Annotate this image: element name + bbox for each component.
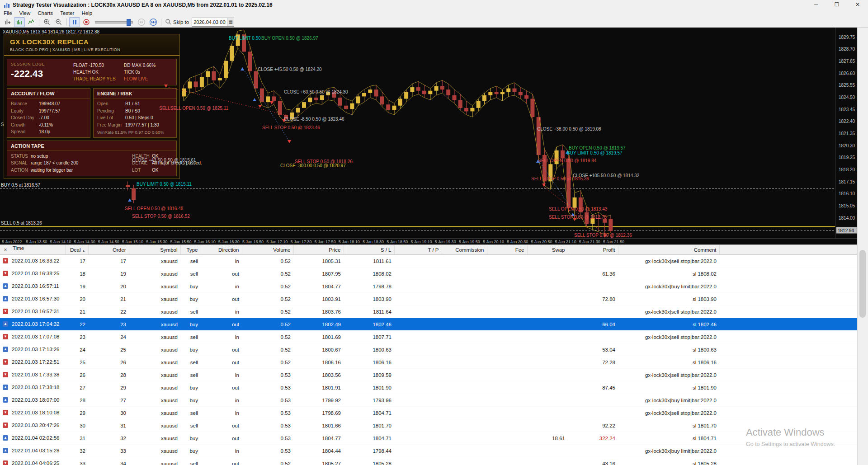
cell-symbol: xauusd (129, 331, 180, 343)
cell-comment: gx-lock30x|sell stop|bar:2022.0 (618, 407, 719, 419)
deals-table[interactable]: ×TimeDeal▲OrderSymbolTypeDirectionVolume… (0, 245, 857, 465)
column-header-direction[interactable]: Direction (201, 245, 242, 255)
cell-sl: 1804.71 (344, 432, 394, 445)
close-icon[interactable]: ✕ (847, 0, 868, 9)
menu-bar: FileViewChartsTesterHelp (0, 9, 868, 17)
menu-help[interactable]: Help (78, 10, 96, 16)
date-picker-icon[interactable]: ▦ (227, 18, 234, 26)
cell-profit: 92.22 (568, 419, 618, 432)
engine-risk-box: ENGINE / RISK OpenB1 / S1PendingB0 / S0L… (93, 88, 177, 138)
maximize-icon[interactable]: ☐ (826, 0, 847, 9)
cell-price: 1804.77 (293, 280, 344, 293)
deal-row[interactable]: ▲2022.01.03 17:04:322223xauusdbuyout0.52… (0, 318, 857, 331)
menu-view[interactable]: View (16, 10, 34, 16)
cell-order: 23 (88, 318, 129, 331)
menu-charts[interactable]: Charts (34, 10, 57, 16)
column-header-sl[interactable]: S / L (344, 245, 394, 255)
column-header-order[interactable]: Order (88, 245, 129, 255)
cell-type: buy (180, 343, 201, 356)
cell-commission (442, 445, 487, 457)
deal-row[interactable]: ▼2022.01.03 17:33:382628xauusdsellin0.53… (0, 369, 857, 381)
stop-button[interactable] (81, 17, 92, 27)
cell-filler (719, 369, 857, 381)
deal-row[interactable]: ▲2022.01.03 17:38:182729xauusdbuyout0.53… (0, 381, 857, 394)
svg-text:1825.55: 1825.55 (839, 83, 855, 88)
close-panel-icon[interactable]: × (3, 245, 8, 254)
chart-area[interactable]: XAUUSD,M5 1813.94 1814.26 1812.72 1812.8… (0, 28, 857, 244)
pause-button[interactable] (69, 17, 80, 27)
sell-deal-icon: ▼ (3, 309, 8, 314)
cell-comment: gx-lock30x|sell stop|bar:2022.0 (618, 305, 719, 318)
column-header-fee[interactable]: Fee (487, 245, 527, 255)
svg-text:5 Jan 19:30: 5 Jan 19:30 (435, 240, 456, 244)
deals-panel: ×TimeDeal▲OrderSymbolTypeDirectionVolume… (0, 244, 857, 465)
zoom-in-button[interactable] (42, 17, 52, 27)
deal-row[interactable]: ▲2022.01.03 16:57:302021xauusdbuyout0.52… (0, 293, 857, 305)
skip-button-disabled[interactable] (136, 17, 147, 27)
cell-fee (487, 445, 527, 457)
column-header-time[interactable]: ×Time (0, 245, 65, 255)
column-header-profit[interactable]: Profit (568, 245, 618, 255)
cell-commission (442, 369, 487, 381)
skip-to-end-button[interactable] (148, 17, 159, 27)
cell-type: buy (180, 318, 201, 331)
deal-row[interactable]: ▼2022.01.03 16:38:251819xauusdsellout0.5… (0, 268, 857, 280)
column-header-deal[interactable]: Deal▲ (65, 245, 88, 255)
deal-row[interactable]: ▼2022.01.03 18:10:082930xauusdsellin0.53… (0, 407, 857, 419)
zoom-out-button[interactable] (53, 17, 64, 27)
deal-row[interactable]: ▼2022.01.03 20:47:263031xauusdsellout0.5… (0, 419, 857, 432)
sell-deal-icon: ▼ (3, 460, 8, 465)
chart-shift-button[interactable] (2, 17, 13, 27)
deal-row[interactable]: ▲2022.01.04 03:15:283233xauusdbuyin0.531… (0, 445, 857, 457)
deal-row[interactable]: ▼2022.01.04 04:06:253334xauusdsellout0.5… (0, 457, 857, 465)
cell-comment: sl 1808.02 (618, 268, 719, 280)
speed-slider[interactable] (95, 18, 133, 27)
deal-row[interactable]: ▼2022.01.03 17:07:082324xauusdsellin0.52… (0, 331, 857, 343)
cell-comment: gx-lock30x|sell stop|bar:2022.0 (618, 369, 719, 381)
menu-file[interactable]: File (0, 10, 16, 16)
column-header-volume[interactable]: Volume (242, 245, 293, 255)
app-icon (4, 2, 10, 8)
menu-tester[interactable]: Tester (57, 10, 78, 16)
deal-row[interactable]: ▼2022.01.03 16:33:221717xauusdsellin0.52… (0, 255, 857, 268)
slider-handle[interactable] (127, 19, 131, 26)
cell-deal: 31 (65, 432, 88, 445)
cell-swap (527, 280, 568, 293)
column-header-commission[interactable]: Commission (442, 245, 487, 255)
cell-type: sell (180, 331, 201, 343)
column-header-type[interactable]: Type (180, 245, 201, 255)
cell-deal: 23 (65, 331, 88, 343)
deal-row[interactable]: ▲2022.01.03 16:57:111920xauusdbuyin0.521… (0, 280, 857, 293)
cell-order: 33 (88, 445, 129, 457)
column-header-swap[interactable]: Swap (527, 245, 568, 255)
cell-swap (527, 268, 568, 280)
panel-row: Growth-0.11% (7, 122, 90, 129)
vertical-scrollbar[interactable] (857, 28, 868, 465)
deal-row[interactable]: ▲2022.01.03 17:13:262425xauusdbuyout0.52… (0, 343, 857, 356)
deal-row[interactable]: ▲2022.01.03 18:07:002827xauusdbuyin0.531… (0, 394, 857, 407)
column-header-tp[interactable]: T / P (394, 245, 442, 255)
bar-chart-button[interactable] (14, 17, 25, 27)
session-edge-label: SESSION EDGE (11, 62, 73, 66)
column-header-comment[interactable]: Comment (618, 245, 719, 255)
cell-sl: 1793.96 (344, 394, 394, 407)
column-header-symbol[interactable]: Symbol (129, 245, 180, 255)
svg-text:1815.05: 1815.05 (839, 203, 855, 208)
cell-time: ▲2022.01.04 02:02:56 (0, 432, 65, 445)
skip-to-datebox[interactable]: ▦ (192, 18, 234, 27)
panel-row: Closed Day-7.00 (7, 114, 90, 122)
skip-to-date-input[interactable] (192, 19, 227, 25)
deal-row[interactable]: ▼2022.01.03 17:22:512526xauusdsellout0.5… (0, 356, 857, 369)
minimize-icon[interactable]: ─ (806, 0, 826, 9)
skip-to-icon (165, 19, 172, 25)
panel-row: STATUSno setup (7, 153, 128, 160)
scrollbar-thumb[interactable] (859, 250, 866, 318)
cell-volume: 0.52 (242, 280, 293, 293)
deal-row[interactable]: ▼2022.01.03 16:57:312122xauusdsellin0.52… (0, 305, 857, 318)
deal-row[interactable]: ▲2022.01.04 02:02:563132xauusdbuyout0.53… (0, 432, 857, 445)
line-chart-button[interactable] (26, 17, 37, 27)
svg-text:5 Jan 15:30: 5 Jan 15:30 (146, 240, 167, 244)
cell-commission (442, 305, 487, 318)
column-header-price[interactable]: Price (293, 245, 344, 255)
cell-fee (487, 255, 527, 268)
